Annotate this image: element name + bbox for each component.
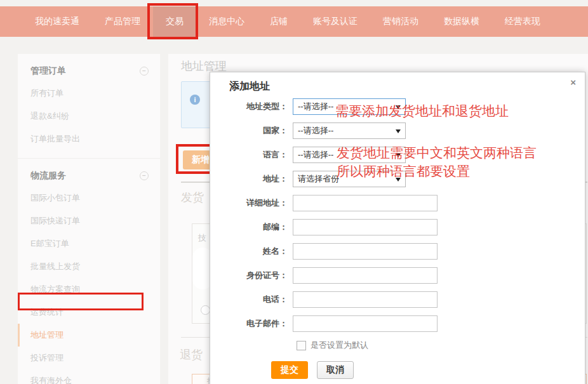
form-row: 电话：	[210, 291, 585, 308]
annotation-box-address-management	[18, 293, 144, 310]
modal-title: 添加地址	[210, 72, 585, 93]
form-row: 详细地址：	[210, 195, 585, 211]
dropdown-arrow-icon	[396, 129, 401, 133]
submit-button[interactable]: 提交	[271, 361, 308, 379]
form-row: 身份证号：	[210, 267, 585, 284]
annotation-box-trade-tab	[147, 3, 198, 39]
name-label: 姓名：	[210, 246, 293, 257]
select-value: --请选择--	[298, 126, 333, 135]
email-input[interactable]	[293, 315, 438, 332]
select-value: --请选择--	[298, 150, 333, 159]
address-type-label: 地址类型：	[210, 101, 293, 112]
annotation-note-2: 发货地址需要中文和英文两种语言 所以两种语言都要设置	[337, 143, 537, 180]
modal-buttons: 提交 取消	[271, 361, 585, 379]
zipcode-label: 邮编：	[210, 222, 293, 233]
detail-address-label: 详细地址：	[210, 197, 293, 209]
province-label: 地址：	[210, 173, 293, 185]
modal-body: 地址类型： --请选择-- 国家： --请选择-- 语言： --请选择--	[210, 93, 585, 379]
detail-address-input[interactable]	[293, 195, 438, 211]
select-value: 请选择省份	[298, 174, 339, 183]
phone-input[interactable]	[293, 291, 438, 308]
default-checkbox-label: 是否设置为默认	[311, 340, 368, 351]
cancel-button[interactable]: 取消	[317, 361, 354, 379]
form-row: 邮编：	[210, 219, 585, 235]
annotation-note-1: 需要添加发货地址和退货地址	[335, 102, 509, 120]
country-select[interactable]: --请选择--	[293, 122, 406, 139]
phone-label: 电话：	[210, 294, 293, 305]
form-row: 电子邮件：	[210, 315, 585, 332]
form-row: 国家： --请选择--	[210, 122, 585, 139]
select-value: --请选择--	[298, 102, 333, 111]
annotation-note-2-line2: 所以两种语言都要设置	[337, 162, 537, 180]
id-number-label: 身份证号：	[210, 270, 293, 281]
default-checkbox-row: 是否设置为默认	[297, 340, 585, 351]
form-row: 姓名：	[210, 243, 585, 260]
id-number-input[interactable]	[293, 267, 438, 284]
zipcode-input[interactable]	[293, 219, 438, 235]
default-checkbox[interactable]	[297, 341, 306, 350]
app-window: 我的速卖通 产品管理 交易 消息中心 店铺 账号及认证 营销活动 数据纵横 经营…	[0, 0, 588, 384]
annotation-note-2-line1: 发货地址需要中文和英文两种语言	[337, 143, 537, 162]
language-label: 语言：	[210, 149, 293, 161]
email-label: 电子邮件：	[210, 318, 293, 329]
country-label: 国家：	[210, 125, 293, 136]
modal-close-icon[interactable]: ×	[570, 77, 576, 87]
name-input[interactable]	[293, 243, 438, 260]
